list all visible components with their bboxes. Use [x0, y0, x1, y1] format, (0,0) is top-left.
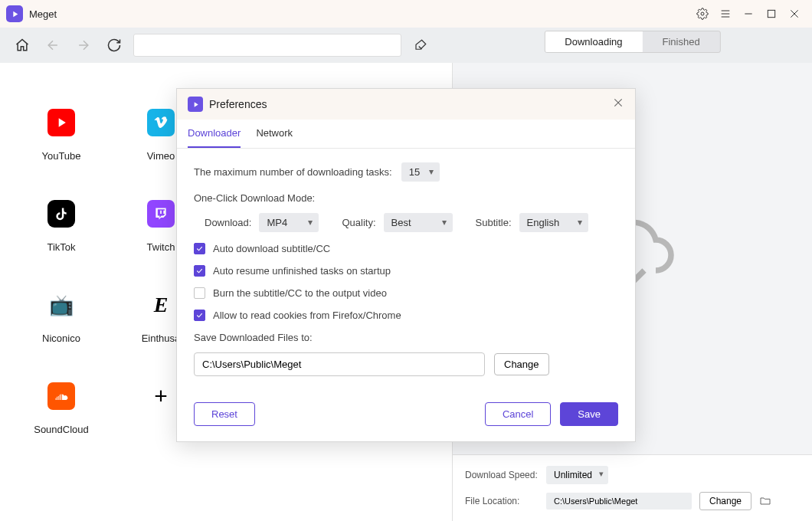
chk-auto-subtitle-label: Auto download subtitle/CC [213, 243, 330, 254]
speed-label: Download Speed: [465, 470, 539, 480]
settings-icon[interactable] [691, 2, 714, 25]
forward-icon[interactable] [72, 34, 95, 57]
home-icon[interactable] [11, 34, 34, 57]
site-label: Einthusa [142, 333, 181, 344]
tab-finished[interactable]: Finished [643, 31, 720, 52]
modal-logo [188, 97, 203, 112]
modal-footer: Reset Cancel Save [177, 390, 635, 441]
tab-downloading[interactable]: Downloading [545, 31, 642, 52]
modal-title: Preferences [209, 98, 267, 110]
site-label: YouTube [41, 150, 80, 162]
einthusan-icon: E [147, 291, 175, 319]
svg-point-0 [701, 12, 704, 15]
menu-icon[interactable] [714, 2, 737, 25]
reload-icon[interactable] [103, 34, 126, 57]
chk-read-cookies[interactable] [194, 310, 205, 321]
subtitle-select[interactable]: English [519, 213, 588, 232]
site-label: Twitch [147, 241, 175, 253]
site-niconico[interactable]: 📺 Niconico [15, 291, 107, 344]
chk-burn-subtitle[interactable] [194, 287, 205, 299]
app-title: Meget [29, 8, 57, 20]
twitch-icon [147, 200, 175, 228]
change-location-button[interactable]: Change [699, 492, 751, 510]
quality-label: Quality: [342, 217, 375, 228]
max-tasks-select[interactable]: 15 [401, 162, 440, 182]
site-youtube[interactable]: YouTube [15, 109, 107, 162]
reset-button[interactable]: Reset [194, 402, 255, 426]
folder-icon[interactable] [759, 495, 771, 507]
minimize-button[interactable] [737, 2, 760, 25]
right-footer: Download Speed: Unlimited File Location:… [453, 454, 812, 521]
maximize-button[interactable] [760, 2, 783, 25]
niconico-icon: 📺 [47, 291, 75, 319]
back-icon[interactable] [41, 34, 64, 57]
titlebar: Meget [0, 0, 812, 28]
chk-auto-subtitle[interactable] [194, 243, 205, 254]
svg-rect-5 [768, 10, 774, 17]
site-label: SoundCloud [34, 424, 89, 435]
chk-auto-resume[interactable] [194, 265, 205, 277]
quality-select[interactable]: Best [384, 213, 453, 232]
chk-auto-resume-label: Auto resume unfinished tasks on startup [213, 265, 391, 277]
tiktok-icon [47, 200, 75, 228]
chk-burn-subtitle-label: Burn the subtitle/CC to the output video [213, 287, 387, 299]
site-label [159, 424, 162, 435]
save-button[interactable]: Save [560, 402, 618, 426]
vimeo-icon [147, 109, 175, 136]
site-label: Niconico [42, 333, 80, 344]
location-input[interactable] [546, 493, 692, 510]
download-label: Download: [205, 217, 251, 228]
site-label: Vimeo [147, 150, 175, 162]
soundcloud-icon [47, 382, 75, 410]
preferences-modal: Preferences Downloader Network The maxim… [176, 88, 636, 442]
right-tabs: Downloading Finished [544, 31, 720, 53]
cancel-button[interactable]: Cancel [485, 402, 551, 426]
location-label: File Location: [465, 496, 539, 506]
site-tiktok[interactable]: TikTok [15, 200, 107, 253]
close-button[interactable] [783, 2, 806, 25]
app-logo [6, 5, 23, 22]
download-format-select[interactable]: MP4 [259, 213, 319, 232]
site-label: TikTok [47, 241, 75, 253]
modal-close-icon[interactable] [612, 97, 624, 112]
save-to-label: Save Downloaded Files to: [194, 332, 618, 343]
subtitle-label: Subtitle: [476, 217, 512, 228]
modal-tabs: Downloader Network [177, 120, 635, 149]
speed-select[interactable]: Unlimited [546, 466, 608, 484]
save-path-input[interactable] [194, 352, 485, 376]
modal-body: The maximum number of downloading tasks:… [177, 149, 635, 390]
plus-icon: + [147, 382, 175, 410]
tab-downloader[interactable]: Downloader [188, 120, 241, 148]
tab-network[interactable]: Network [256, 120, 293, 148]
youtube-icon [47, 109, 75, 136]
url-input[interactable] [133, 34, 401, 57]
change-path-button[interactable]: Change [494, 353, 549, 375]
modal-header: Preferences [177, 89, 635, 120]
chk-read-cookies-label: Allow to read cookies from Firefox/Chrom… [213, 310, 401, 321]
site-soundcloud[interactable]: SoundCloud [15, 382, 107, 435]
clear-icon[interactable] [409, 34, 432, 57]
max-tasks-label: The maximum number of downloading tasks: [194, 166, 392, 178]
oneclick-title: One-Click Download Mode: [194, 192, 618, 204]
